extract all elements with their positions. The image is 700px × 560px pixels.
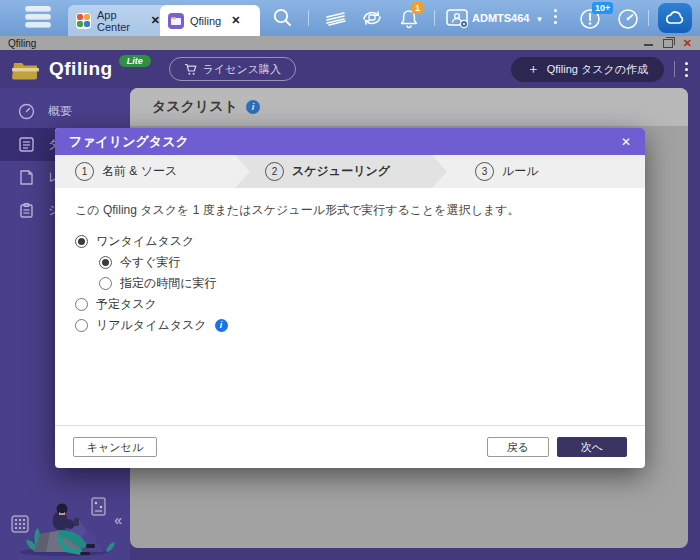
username-menu[interactable]: ADMTS464 ▼	[472, 12, 543, 24]
plus-icon: ＋	[527, 60, 540, 78]
username-label: ADMTS464	[472, 12, 529, 24]
tab-app-center[interactable]: App Center ✕	[68, 5, 168, 36]
clipboard-icon	[18, 202, 35, 219]
tab-label: Qfiling	[190, 15, 221, 27]
radio-label: 予定タスク	[96, 296, 157, 313]
dialog-header: ファイリングタスク ✕	[55, 128, 645, 155]
tab-qfiling[interactable]: Qfiling ✕	[160, 5, 260, 36]
step-rules[interactable]: 3 ルール	[447, 155, 577, 188]
myqnapcloud-icon[interactable]	[658, 3, 692, 33]
sidebar-collapse-icon[interactable]: «	[114, 512, 122, 528]
user-avatar-icon[interactable]	[446, 9, 470, 29]
app-menu-icon[interactable]	[685, 62, 688, 77]
separator	[308, 10, 309, 26]
restore-icon[interactable]	[663, 39, 673, 48]
radio-label: ワンタイムタスク	[96, 233, 194, 250]
separator	[434, 10, 435, 26]
separator	[648, 10, 649, 26]
license-purchase-button[interactable]: ライセンス購入	[169, 57, 296, 81]
filing-task-dialog: ファイリングタスク ✕ 1 名前 & ソース 2 スケジューリング 3 ルール …	[55, 128, 645, 468]
radio-label: 指定の時間に実行	[120, 275, 217, 292]
radio-icon[interactable]	[99, 256, 112, 269]
chevron-down-icon: ▼	[536, 15, 544, 24]
sidebar-item-overview[interactable]: 概要	[0, 95, 130, 128]
tab-label: App Center	[97, 9, 141, 33]
window-titlebar: Qfiling ✕	[0, 36, 700, 50]
app-name: Qfiling	[49, 58, 113, 80]
dialog-close-icon[interactable]: ✕	[621, 135, 631, 149]
step-number: 3	[475, 162, 494, 181]
cart-icon	[184, 63, 197, 76]
radio-one-time-task[interactable]: ワンタイムタスク	[75, 234, 625, 248]
close-icon[interactable]: ✕	[151, 14, 160, 27]
wizard-steps: 1 名前 & ソース 2 スケジューリング 3 ルール	[55, 155, 645, 188]
radio-label: リアルタイムタスク	[96, 317, 207, 334]
dialog-footer: キャンセル 戻る 次へ	[55, 425, 645, 468]
radio-run-now[interactable]: 今すぐ実行	[99, 255, 625, 269]
radio-icon[interactable]	[75, 235, 88, 248]
step-number: 1	[75, 162, 94, 181]
report-file-icon	[18, 169, 35, 186]
more-options-icon[interactable]	[554, 9, 557, 24]
back-button[interactable]: 戻る	[487, 437, 549, 457]
radio-label: 今すぐ実行	[120, 254, 181, 271]
step-label: 名前 & ソース	[102, 163, 177, 180]
radio-icon[interactable]	[75, 298, 88, 311]
search-icon[interactable]	[272, 7, 293, 28]
sidebar-item-label: 概要	[48, 103, 72, 120]
sidebar-illustration	[4, 482, 122, 556]
app-center-icon	[76, 13, 91, 29]
qfiling-icon	[168, 13, 184, 29]
radio-run-at-time[interactable]: 指定の時間に実行	[99, 276, 625, 290]
info-icon[interactable]: i	[215, 319, 228, 332]
radio-icon[interactable]	[99, 277, 112, 290]
step-scheduling[interactable]: 2 スケジューリング	[235, 155, 447, 188]
next-button[interactable]: 次へ	[557, 437, 627, 457]
dashboard-gauge-icon[interactable]	[616, 7, 640, 31]
dialog-description: この Qfiling タスクを 1 度またはスケジュール形式で実行することを選択…	[75, 202, 625, 219]
create-task-label: Qfiling タスクの作成	[547, 62, 648, 77]
license-label: ライセンス購入	[203, 62, 281, 77]
lite-badge: Lite	[119, 55, 151, 67]
app-header: Qfiling Lite ライセンス購入 ＋ Qfiling タスクの作成	[0, 50, 700, 88]
status-badge: 10+	[592, 2, 613, 14]
background-tasks-icon[interactable]	[324, 8, 348, 28]
qfiling-folder-icon	[12, 59, 39, 80]
main-menu-icon[interactable]	[25, 6, 53, 30]
page-title: タスクリスト	[152, 98, 238, 116]
step-name-source[interactable]: 1 名前 & ソース	[55, 155, 235, 188]
radio-realtime-task[interactable]: リアルタイムタスク i	[75, 318, 625, 332]
notification-badge: 1	[412, 2, 423, 14]
close-icon[interactable]: ✕	[231, 14, 240, 27]
step-label: スケジューリング	[292, 163, 390, 180]
window-close-icon[interactable]: ✕	[683, 38, 692, 48]
info-icon[interactable]: i	[246, 100, 260, 114]
create-task-button[interactable]: ＋ Qfiling タスクの作成	[511, 57, 664, 82]
separator	[674, 61, 675, 77]
minimize-icon[interactable]	[644, 44, 653, 46]
step-number: 2	[265, 162, 284, 181]
radio-scheduled-task[interactable]: 予定タスク	[75, 297, 625, 311]
sync-icon[interactable]	[360, 7, 384, 29]
radio-icon[interactable]	[75, 319, 88, 332]
cancel-button[interactable]: キャンセル	[73, 437, 157, 457]
dialog-title: ファイリングタスク	[69, 133, 189, 151]
desktop-taskbar: App Center ✕ Qfiling ✕ 1 ADMTS464 ▼ 10+	[0, 0, 700, 36]
content-header: タスクリスト i	[130, 88, 688, 126]
task-list-icon	[18, 136, 35, 153]
step-label: ルール	[502, 163, 539, 180]
window-title: Qfiling	[8, 38, 36, 49]
overview-gauge-icon	[18, 103, 35, 120]
dialog-body: この Qfiling タスクを 1 度またはスケジュール形式で実行することを選択…	[55, 188, 645, 425]
